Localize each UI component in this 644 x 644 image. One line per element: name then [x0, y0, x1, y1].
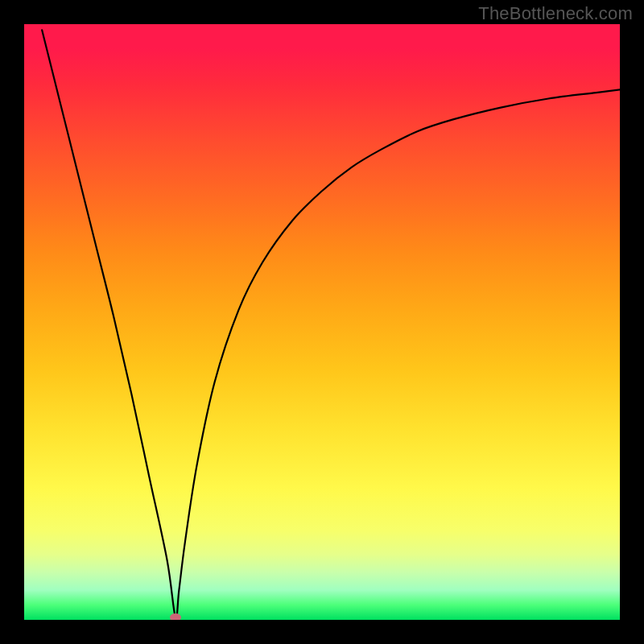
watermark-text: TheBottleneck.com — [478, 3, 633, 24]
minimum-marker-dot — [170, 613, 181, 620]
plot-area — [24, 24, 620, 620]
chart-frame: TheBottleneck.com — [0, 0, 644, 644]
bottleneck-curve — [24, 24, 620, 620]
